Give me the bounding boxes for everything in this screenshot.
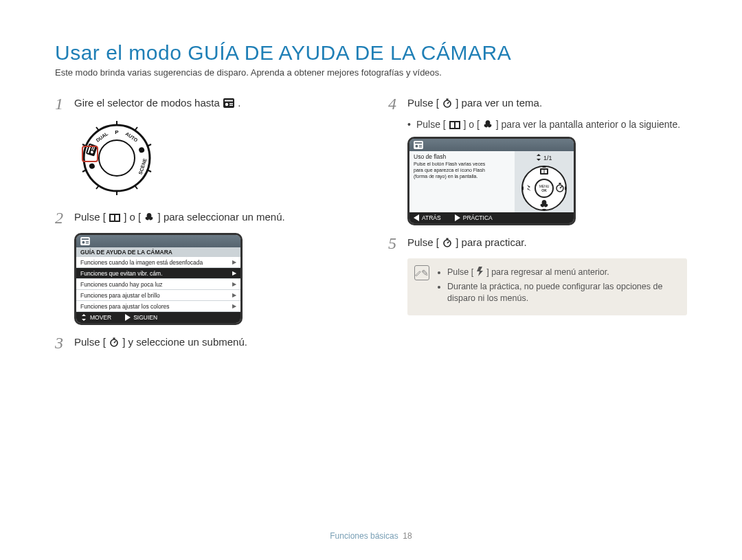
page-footer: Funciones básicas 18	[0, 531, 742, 541]
svg-point-2	[225, 103, 228, 106]
svg-point-48	[416, 145, 418, 148]
step-text: Pulse [ ] para practicar.	[407, 235, 527, 249]
step-5: 5 Pulse [ ] para practicar.	[388, 235, 687, 251]
left-icon	[414, 214, 419, 221]
step-number: 2	[55, 210, 67, 226]
chevron-right-icon: ▶	[232, 259, 236, 265]
bullet-dot: •	[407, 119, 411, 130]
step-text-a: Pulse [	[74, 211, 106, 223]
menu-row: Funciones para ajustar el brillo▶	[76, 290, 240, 301]
note-text-b: ] para regresar al menú anterior.	[486, 267, 609, 277]
page-counter-text: 1/1	[543, 155, 552, 161]
detail-desc: Pulse el botón Flash varias veces para q…	[409, 161, 515, 183]
svg-text:OK: OK	[541, 188, 547, 192]
menu-row-label: Funciones que evitan vibr. cám.	[80, 270, 163, 277]
svg-line-39	[114, 341, 116, 344]
screen-detail-left: Uso de flash Pulse el botón Flash varias…	[409, 151, 515, 212]
step-4-bullet: • Pulse [ ] o [ ] para ver la pantalla a…	[407, 119, 687, 130]
svg-rect-47	[415, 142, 422, 144]
chevron-right-icon: ▶	[232, 292, 236, 298]
step-4: 4 Pulse [ ] para ver un tema.	[388, 96, 687, 112]
svg-rect-36	[86, 243, 89, 243]
footer-mover: MOVER	[80, 314, 111, 321]
svg-rect-35	[86, 241, 89, 242]
camera-screen-menu: GUÍA DE AYUDA DE LA CÁMARA Funciones cua…	[74, 233, 243, 325]
step-text-b: ] y seleccione un submenú.	[122, 336, 247, 348]
updown-icon	[536, 154, 541, 161]
step-text-a: Pulse [	[407, 97, 439, 109]
footer-section: Funciones básicas	[330, 531, 398, 541]
footer-practica: PRÁCTICA	[455, 214, 493, 221]
footer-siguien: SIGUIEN	[125, 314, 157, 321]
flash-icon	[477, 267, 484, 276]
timer-icon	[109, 337, 119, 347]
step-text: Pulse [ ] o [ ] para seleccionar un menú…	[74, 210, 285, 224]
step-text: Pulse [ ] y seleccione un submenú.	[74, 335, 247, 349]
step-text-a: Pulse [	[407, 236, 439, 248]
left-column: 1 Gire el selector de modos hasta .	[55, 96, 354, 358]
detail-line: Pulse el botón Flash varias veces	[414, 161, 510, 167]
menu-row-label: Funciones cuando hay poca luz	[80, 281, 163, 288]
step-text: Gire el selector de modos hasta .	[74, 96, 240, 110]
screen-header	[409, 139, 574, 151]
menu-row: Funciones cuando la imagen está desenfoc…	[76, 257, 240, 268]
right-column: 4 Pulse [ ] para ver un tema. • Pulse [ …	[388, 96, 687, 358]
menu-row-label: Funciones cuando la imagen está desenfoc…	[80, 259, 203, 266]
detail-line: (forma de rayo) en la pantalla.	[414, 173, 510, 179]
step-3: 3 Pulse [ ] y seleccione un submenú.	[55, 335, 354, 351]
svg-rect-31	[115, 215, 119, 221]
display-icon	[109, 214, 120, 222]
step-2: 2 Pulse [ ] o [ ] para seleccionar un me…	[55, 210, 354, 226]
menu-row-label: Funciones para ajustar los colores	[80, 303, 169, 310]
svg-rect-1	[225, 100, 233, 102]
step-text-b: ] para ver un tema.	[456, 97, 542, 109]
macro-icon	[144, 212, 154, 222]
timer-icon	[442, 98, 452, 108]
screen-menu-rows: Funciones cuando la imagen está desenfoc…	[76, 257, 240, 312]
footer-left-label: ATRÁS	[422, 214, 441, 221]
menu-row: Funciones cuando hay poca luz▶	[76, 279, 240, 290]
svg-rect-62	[447, 238, 449, 240]
chevron-right-icon: ▶	[232, 281, 236, 287]
footer-page: 18	[403, 531, 412, 541]
step-text-b: .	[238, 97, 240, 109]
right-icon	[125, 314, 131, 321]
bullet-b: ] para ver la pantalla anterior o la sig…	[496, 119, 681, 130]
note-text-a: Pulse [	[447, 267, 473, 277]
display-icon	[449, 121, 460, 129]
page-subtitle: Este modo brinda varias sugerencias de d…	[55, 67, 687, 78]
step-1: 1 Gire el selector de modos hasta .	[55, 96, 354, 112]
svg-point-34	[82, 241, 85, 244]
footer-right-label: PRÁCTICA	[463, 214, 493, 221]
svg-rect-38	[113, 338, 115, 339]
page-title: Usar el modo GUÍA DE AYUDA DE LA CÁMARA	[55, 41, 687, 65]
updown-icon	[80, 314, 87, 321]
note-bullet-2: Durante la práctica, no puede configurar…	[447, 281, 679, 304]
step-text-b: ] para practicar.	[456, 236, 526, 248]
step-number: 1	[55, 96, 67, 112]
svg-line-42	[447, 102, 449, 104]
guide-mode-icon	[223, 98, 234, 108]
svg-rect-56	[541, 170, 544, 173]
macro-icon	[483, 120, 493, 129]
svg-rect-55	[540, 168, 548, 175]
note-icon: ✎	[414, 265, 429, 280]
svg-rect-30	[111, 215, 114, 221]
svg-rect-50	[419, 146, 422, 147]
step-text-b: ] para seleccionar un menú.	[158, 211, 285, 223]
detail-title: Uso de flash	[409, 151, 515, 161]
svg-text:P: P	[115, 129, 119, 135]
menu-row-label: Funciones para ajustar el brillo	[80, 292, 160, 299]
camera-screen-detail: Uso de flash Pulse el botón Flash varias…	[407, 137, 576, 225]
bullet-a: Pulse [	[416, 119, 446, 130]
menu-row: Funciones que evitan vibr. cám.▶	[76, 268, 240, 279]
chevron-right-icon: ▶	[232, 303, 236, 309]
screen-footer: ATRÁS PRÁCTICA	[409, 212, 574, 223]
step-number: 4	[388, 96, 401, 112]
svg-rect-57	[545, 170, 548, 173]
screen-footer: MOVER SIGUIEN	[76, 312, 240, 323]
mode-dial-illustration: P AUTO DUAL SCENE	[74, 120, 354, 196]
svg-rect-44	[451, 122, 454, 128]
svg-line-63	[447, 242, 449, 244]
screen-header	[76, 235, 240, 247]
